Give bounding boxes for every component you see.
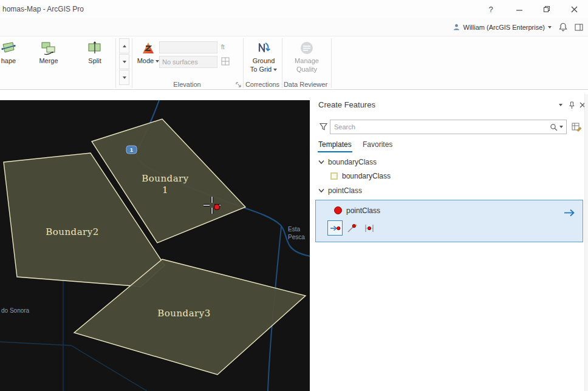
- boundary1-label-line1: Boundary: [142, 173, 189, 184]
- ground-to-grid-label-1: Ground: [253, 57, 275, 64]
- window-title: homas-Map - ArcGIS Pro: [2, 5, 84, 13]
- manage-quality-label-2: Quality: [296, 66, 317, 73]
- chevron-down-icon: [559, 126, 563, 128]
- map-canvas: Boundary 1 Boundary2 Boundary3 Esta Pesc…: [0, 100, 310, 391]
- elevation-source-field[interactable]: [159, 41, 217, 53]
- side-panel-button[interactable]: [575, 23, 583, 32]
- ribbon-separator: [331, 38, 332, 88]
- create-features-panel: Create Features Templates Favorites boun…: [314, 94, 588, 391]
- template-item-label: boundaryClass: [342, 172, 391, 180]
- template-card-pointclass-selected[interactable]: pointClass: [315, 200, 583, 242]
- gallery-scroll-up-button[interactable]: [119, 38, 129, 53]
- user-icon: [453, 23, 460, 31]
- z-mode-icon: [140, 40, 156, 56]
- side-panel-icon: [575, 23, 583, 32]
- tree-group-pointclass[interactable]: pointClass: [314, 184, 584, 197]
- mode-button[interactable]: Mode: [134, 38, 162, 81]
- panel-scrollbar[interactable]: [584, 94, 588, 391]
- gallery-more-icon: [123, 76, 126, 79]
- elevation-dialog-launcher[interactable]: [236, 82, 242, 88]
- ground-to-grid-label-2: To Grid: [250, 66, 278, 73]
- userbar: William (ArcGIS Enterprise): [0, 18, 588, 36]
- chevron-down-icon: [273, 69, 277, 71]
- chevron-down-icon: [559, 104, 562, 106]
- close-icon: [571, 6, 578, 13]
- mode-label: Mode: [137, 57, 160, 64]
- ribbon-separator: [243, 38, 244, 88]
- tool-point-end-of-line-button[interactable]: [344, 220, 360, 236]
- titlebar: homas-Map - ArcGIS Pro ?: [0, 0, 588, 18]
- place-label-sonora: do Sonora: [1, 307, 30, 314]
- bell-icon: [559, 22, 567, 32]
- restore-icon: [543, 5, 550, 13]
- point-tool-icon: [330, 223, 341, 233]
- open-active-template-button[interactable]: [563, 208, 576, 217]
- reshape-label: hape: [1, 57, 16, 64]
- tab-templates[interactable]: Templates: [318, 139, 352, 152]
- account-menu[interactable]: William (ArcGIS Enterprise): [453, 23, 552, 31]
- group-label-corrections: Corrections: [244, 81, 281, 88]
- ft-unit-label: ft: [221, 44, 225, 50]
- reshape-button[interactable]: hape: [0, 38, 23, 81]
- split-icon: [87, 40, 103, 56]
- search-button[interactable]: [550, 123, 566, 131]
- boundary1-label-line2: 1: [162, 185, 168, 195]
- tab-favorites[interactable]: Favorites: [362, 139, 393, 152]
- chevron-down-icon: [123, 61, 126, 63]
- map-view[interactable]: Boundary 1 Boundary2 Boundary3 Esta Pesc…: [0, 100, 310, 391]
- point-preview-dot: [214, 205, 220, 210]
- merge-label: Merge: [39, 57, 58, 64]
- help-button[interactable]: ?: [485, 4, 497, 15]
- tree-group-label: boundaryClass: [328, 158, 377, 166]
- split-button[interactable]: Split: [80, 38, 109, 81]
- split-label: Split: [88, 57, 101, 64]
- surfaces-field[interactable]: [159, 56, 217, 68]
- manage-templates-button[interactable]: [572, 122, 582, 132]
- manage-templates-icon: [572, 122, 582, 132]
- surface-grid-button[interactable]: [221, 57, 230, 66]
- close-button[interactable]: [568, 4, 580, 15]
- dialog-launcher-icon: [236, 82, 242, 88]
- pin-button[interactable]: [567, 101, 576, 109]
- group-label-data-reviewer: Data Reviewer: [281, 81, 330, 88]
- point-symbol-icon: [334, 206, 342, 214]
- reshape-icon: [1, 40, 16, 56]
- gallery-scroll-down-button[interactable]: [119, 54, 129, 69]
- minimize-icon: [516, 5, 523, 13]
- restore-button[interactable]: [541, 4, 553, 15]
- gallery-more-button[interactable]: [119, 70, 129, 85]
- merge-button[interactable]: Merge: [34, 38, 63, 81]
- account-label: William (ArcGIS Enterprise): [463, 24, 545, 31]
- chevron-down-icon: [318, 160, 324, 165]
- arrow-right-icon: [563, 208, 576, 217]
- tool-point-button[interactable]: [327, 220, 343, 236]
- search-input[interactable]: [330, 123, 550, 131]
- minimize-button[interactable]: [513, 4, 525, 15]
- panel-menu-button[interactable]: [556, 101, 565, 109]
- place-label-pesca: Pesca: [288, 234, 305, 240]
- notifications-button[interactable]: [559, 22, 567, 32]
- route-shield-number: 1: [130, 147, 133, 153]
- route-shield-marker: 1: [126, 146, 137, 154]
- boundary3-label: Boundary3: [157, 308, 211, 319]
- search-icon: [550, 123, 558, 131]
- ground-to-grid-button[interactable]: Ground To Grid: [247, 38, 281, 81]
- search-box: [330, 120, 567, 134]
- ribbon-separator: [115, 38, 116, 88]
- filter-button[interactable]: [319, 122, 328, 131]
- manage-quality-button[interactable]: Manage Quality: [288, 38, 326, 81]
- tree-group-boundaryclass[interactable]: boundaryClass: [314, 155, 584, 169]
- merge-icon: [41, 40, 56, 56]
- template-item-boundaryclass[interactable]: boundaryClass: [314, 169, 584, 183]
- group-label-elevation: Elevation: [134, 81, 241, 88]
- ground-to-grid-icon: [256, 40, 272, 56]
- filter-icon: [319, 122, 328, 131]
- place-label-esta: Esta: [288, 226, 300, 233]
- chevron-up-icon: [123, 45, 126, 47]
- panel-header: Create Features: [314, 94, 588, 115]
- pin-icon: [569, 101, 575, 109]
- tool-point-at-distance-button[interactable]: [361, 220, 377, 236]
- point-at-distance-tool-icon: [364, 223, 375, 233]
- boundary2-label: Boundary2: [46, 226, 99, 237]
- surface-grid-icon: [221, 57, 230, 66]
